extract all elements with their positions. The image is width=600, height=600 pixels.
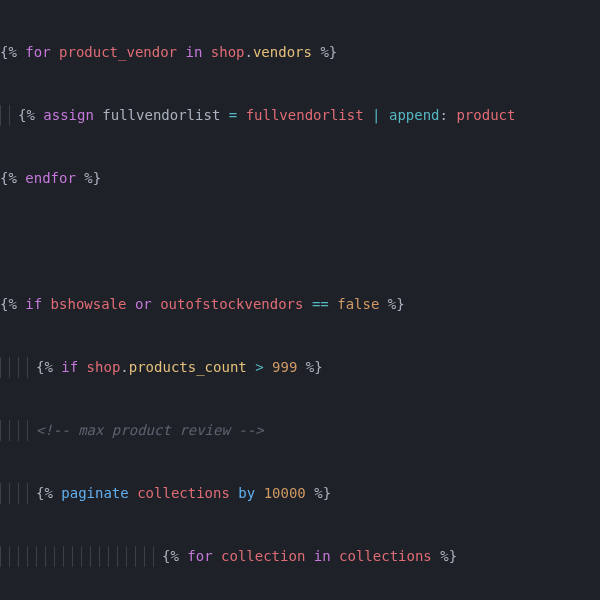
code-line: {% for product_vendor in shop.vendors %} (0, 42, 600, 63)
code-line: {% if shop.products_count > 999 %} (0, 357, 600, 378)
code-line: {% endfor %} (0, 168, 600, 189)
code-editor[interactable]: {% for product_vendor in shop.vendors %}… (0, 0, 600, 600)
code-line: {% if bshowsale or outofstockvendors == … (0, 294, 600, 315)
code-line: {% for collection in collections %} (0, 546, 600, 567)
code-line: <!-- max product review --> (0, 420, 600, 441)
code-line: {% paginate collections by 10000 %} (0, 483, 600, 504)
code-line (0, 231, 600, 252)
code-line: {% assign fullvendorlist = fullvendorlis… (0, 105, 600, 126)
